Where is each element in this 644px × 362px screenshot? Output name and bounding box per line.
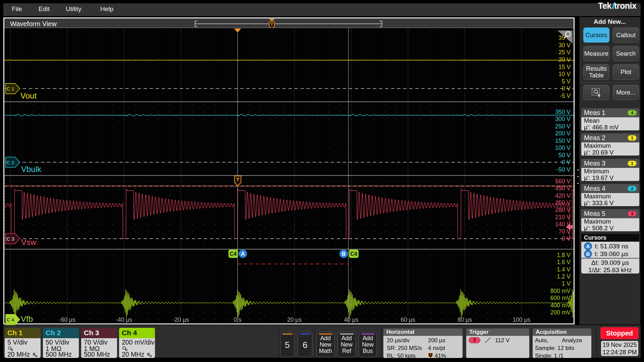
svg-text:t: 51.039 ns: t: 51.039 ns	[595, 243, 628, 250]
svg-text:250 V: 250 V	[555, 123, 571, 130]
svg-text:1.2 V: 1.2 V	[557, 273, 571, 280]
svg-text:w: w	[149, 354, 152, 357]
svg-text:200 V: 200 V	[555, 130, 571, 137]
svg-text:T: T	[271, 22, 273, 27]
svg-text:490 V: 490 V	[555, 185, 571, 192]
svg-text:B: B	[342, 251, 346, 257]
svg-text:0 V: 0 V	[562, 85, 571, 92]
svg-text:-60 µs: -60 µs	[59, 316, 75, 323]
svg-text:560 V: 560 V	[555, 178, 571, 185]
svg-text:0 s: 0 s	[234, 316, 242, 323]
svg-text:A: A	[241, 251, 245, 257]
svg-text:-40 µs: -40 µs	[116, 316, 132, 323]
svg-text:50 V: 50 V	[558, 152, 571, 159]
svg-text:C 3: C 3	[7, 236, 14, 242]
svg-text:Tek: Tek	[598, 1, 611, 10]
svg-text:1 V: 1 V	[562, 280, 571, 287]
svg-text:200 mV: 200 mV	[550, 309, 571, 316]
svg-text:1.8 V: 1.8 V	[557, 252, 571, 258]
svg-text:100 V: 100 V	[555, 144, 571, 151]
svg-text:C 4: C 4	[7, 317, 14, 322]
svg-text:350 V: 350 V	[555, 199, 571, 206]
svg-text:t: 39.060 µs: t: 39.060 µs	[595, 250, 628, 257]
svg-text:A: A	[586, 243, 590, 249]
svg-text:Δt: 39.009 µs: Δt: 39.009 µs	[591, 259, 629, 266]
svg-text:40 µs: 40 µs	[344, 316, 358, 323]
svg-text:30 V: 30 V	[558, 42, 571, 49]
svg-text:Vout: Vout	[20, 91, 37, 100]
svg-text:0 V: 0 V	[562, 235, 571, 242]
svg-text:350 V: 350 V	[555, 109, 571, 115]
svg-text:C4: C4	[350, 251, 357, 257]
svg-text:280 V: 280 V	[555, 206, 571, 213]
svg-text:600 mV: 600 mV	[550, 295, 571, 301]
svg-text:10 V: 10 V	[558, 71, 571, 77]
svg-text:800 mV: 800 mV	[550, 288, 571, 294]
svg-text:5 V: 5 V	[562, 78, 571, 85]
svg-text:20 µs: 20 µs	[287, 316, 302, 323]
svg-text:210 V: 210 V	[555, 214, 571, 221]
svg-text:150 V: 150 V	[555, 137, 571, 144]
svg-text:Vfb: Vfb	[21, 314, 33, 323]
svg-text:T: T	[236, 177, 239, 182]
svg-text:-20 µs: -20 µs	[173, 316, 189, 323]
svg-text:tronix: tronix	[614, 1, 637, 10]
svg-text:-5 V: -5 V	[560, 93, 571, 99]
svg-text:C 2: C 2	[7, 160, 14, 165]
svg-text:420 V: 420 V	[555, 192, 571, 199]
svg-text:B: B	[586, 251, 590, 257]
svg-text:T: T	[430, 354, 432, 357]
svg-text:60 µs: 60 µs	[401, 316, 415, 323]
svg-text:1.4 V: 1.4 V	[557, 266, 571, 273]
svg-text:300 V: 300 V	[555, 116, 571, 122]
svg-text:20 V: 20 V	[558, 56, 571, 63]
svg-text:Vsw: Vsw	[21, 238, 37, 247]
svg-text:15 V: 15 V	[558, 64, 571, 70]
svg-text:C4: C4	[230, 251, 237, 257]
svg-text:0 V: 0 V	[562, 159, 571, 166]
svg-text:80 µs: 80 µs	[458, 316, 472, 323]
svg-text:w: w	[35, 354, 38, 357]
svg-text:1.6 V: 1.6 V	[557, 259, 571, 265]
svg-text:25 V: 25 V	[558, 49, 571, 56]
svg-text:-50 V: -50 V	[556, 166, 571, 173]
svg-text:Vbulk: Vbulk	[21, 165, 42, 174]
svg-text:C 1: C 1	[7, 86, 14, 92]
svg-text:100 µs: 100 µs	[513, 316, 530, 323]
svg-text:1/Δt: 25.63 kHz: 1/Δt: 25.63 kHz	[588, 266, 632, 274]
svg-text:400 mV: 400 mV	[550, 302, 571, 309]
